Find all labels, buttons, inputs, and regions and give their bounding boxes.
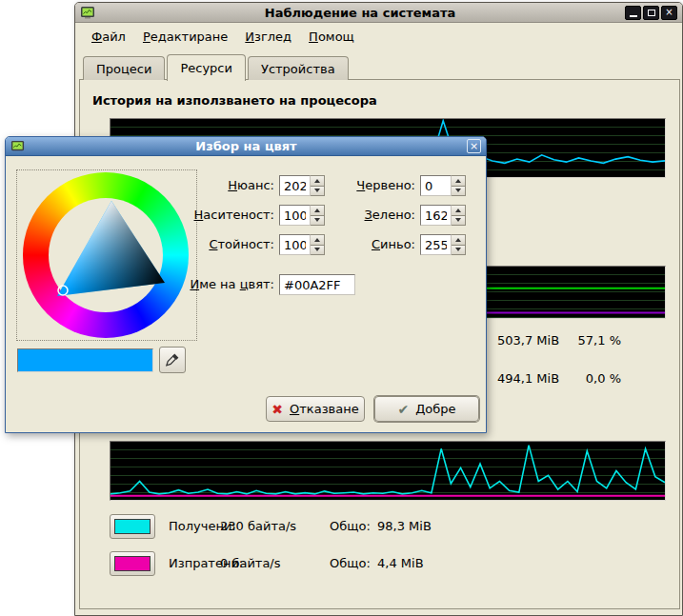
received-total-label: Общо: [330, 514, 371, 539]
dialog-close-button[interactable]: × [467, 139, 481, 153]
swap-used-value: 494,1 MiB [497, 371, 559, 386]
menu-view[interactable]: Изглед [236, 26, 300, 48]
dialog-title: Избор на цвят [30, 139, 463, 153]
blue-spin-up[interactable] [452, 234, 466, 245]
memory-used-percent: 57,1 % [552, 333, 621, 348]
green-spin-up[interactable] [452, 205, 466, 215]
menu-file[interactable]: Файл [83, 26, 134, 48]
notebook-tabs: Процеси Ресурси Устройства [83, 53, 351, 80]
sent-color-swatch [114, 556, 151, 571]
eyedropper-icon [165, 352, 180, 368]
sent-total-label: Общо: [330, 551, 371, 576]
hue-label: Нюанс: [158, 175, 274, 196]
color-picker-dialog: Избор на цвят × [5, 136, 487, 433]
maximize-button[interactable] [643, 6, 659, 20]
menu-help[interactable]: Помощ [300, 26, 363, 48]
saturation-label: Наситеност: [158, 205, 274, 226]
cancel-button[interactable]: ✖ Отказване [266, 396, 365, 422]
dialog-titlebar[interactable]: Избор на цвят × [6, 137, 486, 156]
received-total: 98,3 MiB [377, 514, 432, 539]
received-color-swatch [114, 519, 151, 534]
swap-used-percent: 0,0 % [552, 371, 621, 386]
red-label: Червено: [320, 175, 415, 196]
blue-spin-down[interactable] [452, 245, 466, 256]
green-label: Зелено: [320, 205, 415, 226]
color-preview [17, 348, 153, 372]
received-color-button[interactable] [110, 514, 155, 539]
eyedropper-button[interactable] [159, 347, 186, 373]
red-spinbox [420, 175, 466, 196]
desktop: Наблюдение на системата × Файл Редактира… [0, 0, 683, 616]
green-input[interactable] [420, 205, 452, 226]
saturation-input[interactable] [279, 205, 311, 226]
green-spin-down[interactable] [452, 215, 466, 227]
dialog-icon [10, 139, 26, 154]
window-controls: × [625, 6, 677, 20]
app-icon [80, 5, 95, 20]
value-spinbox [279, 234, 325, 255]
network-history-graph [110, 441, 666, 501]
hue-input[interactable] [279, 175, 311, 196]
value-label: Стойност: [158, 234, 274, 255]
sent-color-button[interactable] [110, 551, 155, 576]
green-spinbox [420, 205, 466, 226]
tab-devices[interactable]: Устройства [248, 56, 349, 80]
received-rate: 230 байта/s [220, 514, 296, 539]
blue-spinbox [420, 234, 466, 255]
saturation-value-triangle[interactable] [23, 172, 189, 338]
hue-spinbox [279, 175, 325, 196]
blue-input[interactable] [420, 234, 452, 255]
red-spin-up[interactable] [452, 175, 466, 186]
red-input[interactable] [420, 175, 452, 196]
menubar: Файл Редактиране Изглед Помощ [75, 24, 682, 49]
cancel-x-icon: ✖ [271, 403, 283, 416]
cpu-history-title: История на използването на процесора [92, 93, 377, 108]
red-spin-down[interactable] [452, 186, 466, 197]
memory-used-value: 503,7 MiB [497, 333, 559, 348]
menu-edit[interactable]: Редактиране [134, 26, 236, 48]
ok-button[interactable]: ✔ Добре [374, 396, 479, 422]
value-input[interactable] [279, 234, 311, 255]
sent-total: 4,4 MiB [377, 551, 424, 576]
ok-check-icon: ✔ [397, 403, 409, 416]
dialog-body: Нюанс: Наситеност: Стойност: Червено: Зе [6, 156, 486, 432]
sent-rate: 0 байта/s [220, 551, 281, 576]
saturation-spinbox [279, 205, 325, 226]
main-window-title: Наблюдение на системата [99, 6, 621, 20]
main-titlebar[interactable]: Наблюдение на системата × [75, 3, 682, 23]
color-name-label: Име на цвят: [158, 274, 274, 295]
blue-label: Синьо: [320, 234, 415, 255]
tab-resources[interactable]: Ресурси [167, 54, 246, 81]
close-button[interactable]: × [661, 6, 677, 20]
tab-processes[interactable]: Процеси [83, 56, 165, 80]
minimize-button[interactable] [625, 6, 641, 20]
color-name-input[interactable] [279, 274, 355, 295]
